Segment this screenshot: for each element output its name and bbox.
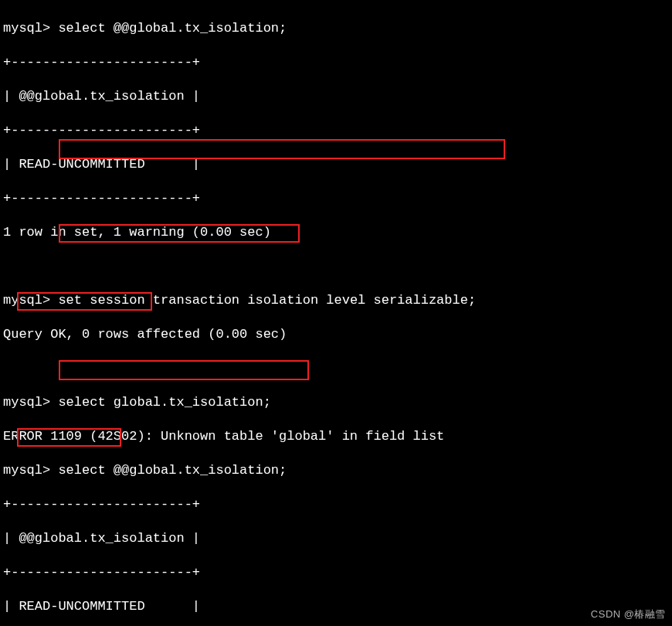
cell-value: READ-UNCOMMITTED <box>19 599 144 614</box>
watermark: CSDN @椿融雪 <box>591 606 666 623</box>
blank-line <box>3 360 669 377</box>
mysql-terminal: mysql> select @@global.tx_isolation; +--… <box>0 0 672 626</box>
prompt-line[interactable]: mysql> select @@global.tx_isolation; <box>3 462 669 479</box>
table-data-row: | READ-UNCOMMITTED | <box>3 156 669 173</box>
table-border: +-----------------------+ <box>3 54 669 71</box>
query-text: select @@global.tx_isolation; <box>58 463 287 478</box>
query-text: select @@global.tx_isolation; <box>58 21 287 36</box>
query-text: select global.tx_isolation; <box>58 395 270 410</box>
mysql-prompt: mysql> <box>3 21 50 36</box>
prompt-line[interactable]: mysql> set session transaction isolation… <box>3 292 669 309</box>
table-border: +-----------------------+ <box>3 122 669 139</box>
column-header: @@global.tx_isolation <box>19 89 184 104</box>
column-header: @@global.tx_isolation <box>19 531 184 546</box>
error-message: ERROR 1109 (42S02): Unknown table 'globa… <box>3 428 669 445</box>
cell-value: READ-UNCOMMITTED <box>19 157 144 172</box>
table-data-row: | READ-UNCOMMITTED | <box>3 598 669 615</box>
prompt-line[interactable]: mysql> select @@global.tx_isolation; <box>3 20 669 37</box>
result-summary: Query OK, 0 rows affected (0.00 sec) <box>3 326 669 343</box>
mysql-prompt: mysql> <box>3 463 50 478</box>
prompt-line[interactable]: mysql> select global.tx_isolation; <box>3 394 669 411</box>
blank-line <box>3 258 669 275</box>
table-header-row: | @@global.tx_isolation | <box>3 88 669 105</box>
result-summary: 1 row in set, 1 warning (0.00 sec) <box>3 224 669 241</box>
table-border: +-----------------------+ <box>3 564 669 581</box>
mysql-prompt: mysql> <box>3 293 50 308</box>
table-border: +-----------------------+ <box>3 190 669 207</box>
mysql-prompt: mysql> <box>3 395 50 410</box>
table-border: +-----------------------+ <box>3 496 669 513</box>
query-text: set session transaction isolation level … <box>58 293 476 308</box>
table-header-row: | @@global.tx_isolation | <box>3 530 669 547</box>
